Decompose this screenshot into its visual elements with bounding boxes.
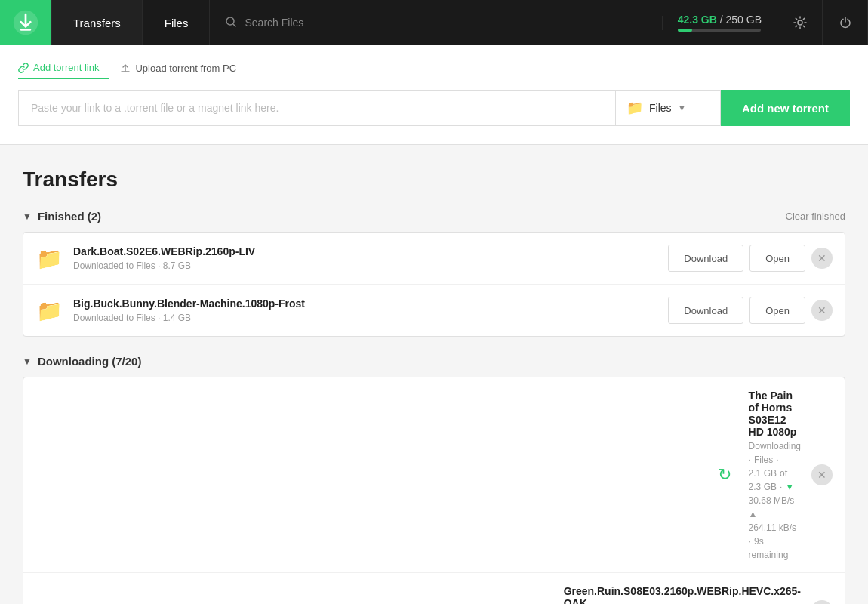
- remove-button[interactable]: ✕: [811, 248, 833, 269]
- folder-icon: 📁: [35, 298, 63, 323]
- open-button[interactable]: Open: [749, 297, 805, 324]
- downloading-item-1: ↻ The Pain of Horns S03E12 HD 1080p Down…: [23, 378, 845, 573]
- sync-icon: ↻: [526, 601, 553, 604]
- torrent-info: Big.Buck.Bunny.Blender-Machine.1080p-Fro…: [73, 297, 657, 323]
- folder-icon: 📁: [626, 100, 643, 116]
- search-area: [210, 16, 662, 30]
- chevron-down-icon: ▼: [678, 103, 687, 113]
- download-info: Green.Ruin.S08E03.2160p.WEBRip.HEVC.x265…: [564, 585, 801, 604]
- download-name: The Pain of Horns S03E12 HD 1080p: [749, 390, 801, 438]
- add-torrent-tabs: Add torrent link Upload torrent from PC: [18, 57, 850, 79]
- svg-rect-1: [20, 29, 31, 31]
- finished-section-title: Finished (2): [38, 210, 101, 223]
- finished-item-1: 📁 Dark.Boat.S02E6.WEBRip.2160p-LIV Downl…: [23, 233, 845, 285]
- add-torrent-section: Add torrent link Upload torrent from PC …: [0, 45, 868, 145]
- download-info: The Pain of Horns S03E12 HD 1080p Downlo…: [749, 390, 801, 560]
- download-arrow-icon: ▼: [785, 482, 794, 492]
- nav-tab-files[interactable]: Files: [143, 0, 211, 45]
- main-content: Transfers ▼ Finished (2) Clear finished …: [0, 145, 868, 604]
- tab-upload-torrent[interactable]: Upload torrent from PC: [120, 57, 247, 79]
- logo[interactable]: [0, 0, 51, 45]
- remove-button[interactable]: ✕: [811, 300, 833, 321]
- downloading-title-wrap: ▼ Downloading (7/20): [23, 355, 141, 368]
- tab-add-link[interactable]: Add torrent link: [18, 57, 109, 79]
- search-input[interactable]: [245, 17, 646, 29]
- storage-text: 42.3 GB / 250 GB: [678, 14, 762, 26]
- finished-section-header: ▼ Finished (2) Clear finished: [23, 210, 845, 223]
- add-torrent-button[interactable]: Add new torrent: [721, 90, 850, 126]
- upload-icon: [120, 63, 131, 74]
- sync-icon: ↻: [711, 465, 738, 485]
- top-navigation: Transfers Files 42.3 GB / 250 GB: [0, 0, 868, 45]
- storage-bar: [678, 29, 761, 32]
- torrent-info: Dark.Boat.S02E6.WEBRip.2160p-LIV Downloa…: [73, 245, 657, 271]
- finished-item-2: 📁 Big.Buck.Bunny.Blender-Machine.1080p-F…: [23, 285, 845, 336]
- finished-title-wrap: ▼ Finished (2): [23, 210, 101, 223]
- torrent-name: Big.Buck.Bunny.Blender-Machine.1080p-Fro…: [73, 297, 657, 310]
- torrent-actions: Download Open ✕: [668, 297, 833, 324]
- downloading-collapse-arrow[interactable]: ▼: [23, 356, 32, 367]
- nav-tab-transfers[interactable]: Transfers: [51, 0, 143, 45]
- downloading-section-title: Downloading (7/20): [38, 355, 142, 368]
- search-icon: [225, 16, 237, 30]
- page-title: Transfers: [23, 168, 845, 192]
- remove-download-button[interactable]: ✕: [811, 464, 833, 485]
- storage-indicator: 42.3 GB / 250 GB: [663, 0, 777, 45]
- downloading-section-header: ▼ Downloading (7/20): [23, 355, 845, 368]
- downloading-item-2: ↻ Green.Ruin.S08E03.2160p.WEBRip.HEVC.x2…: [23, 573, 845, 604]
- torrent-meta: Downloaded to Files · 8.7 GB: [73, 260, 657, 271]
- settings-button[interactable]: [777, 0, 823, 45]
- folder-icon: 📁: [35, 246, 63, 271]
- torrent-link-input[interactable]: [18, 90, 615, 126]
- torrent-name: Dark.Boat.S02E6.WEBRip.2160p-LIV: [73, 245, 657, 257]
- add-torrent-row: 📁 Files ▼ Add new torrent: [18, 90, 850, 126]
- open-button[interactable]: Open: [749, 245, 805, 272]
- downloading-torrent-list: ↻ The Pain of Horns S03E12 HD 1080p Down…: [23, 377, 845, 604]
- upload-arrow-icon: ▲: [749, 509, 758, 519]
- finished-collapse-arrow[interactable]: ▼: [23, 211, 32, 222]
- svg-point-3: [798, 20, 802, 25]
- download-button[interactable]: Download: [668, 297, 743, 324]
- download-meta: Downloading · Files · 2.1 GB of 2.3 GB ·…: [749, 441, 801, 560]
- clear-finished-button[interactable]: Clear finished: [786, 211, 846, 222]
- torrent-meta: Downloaded to Files · 1.4 GB: [73, 313, 657, 323]
- finished-torrent-list: 📁 Dark.Boat.S02E6.WEBRip.2160p-LIV Downl…: [23, 232, 845, 337]
- storage-bar-fill: [678, 29, 692, 32]
- power-button[interactable]: [823, 0, 868, 45]
- download-name: Green.Ruin.S08E03.2160p.WEBRip.HEVC.x265…: [564, 585, 801, 604]
- download-button[interactable]: Download: [668, 245, 743, 272]
- link-icon: [18, 63, 29, 73]
- folder-select[interactable]: 📁 Files ▼: [615, 90, 721, 126]
- remove-download-button[interactable]: ✕: [811, 600, 833, 604]
- torrent-actions: Download Open ✕: [668, 245, 833, 272]
